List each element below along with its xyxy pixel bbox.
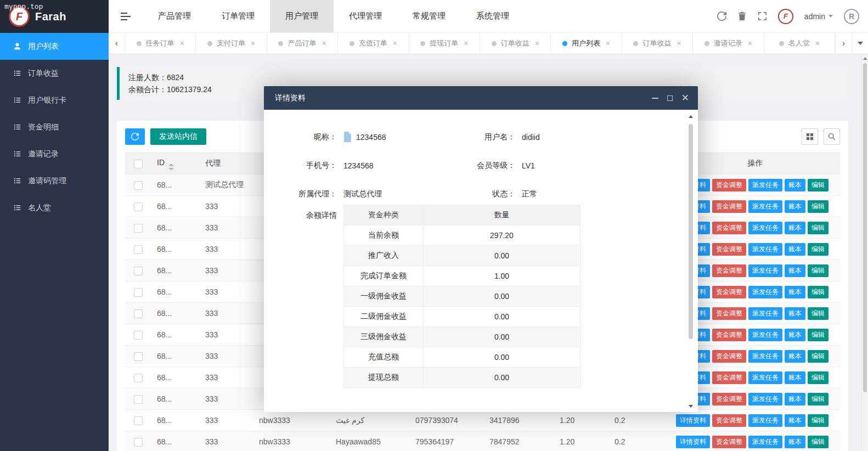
topnav-item[interactable]: 常规管理 — [397, 0, 461, 32]
maximize-button[interactable] — [667, 95, 673, 101]
sidebar-item[interactable]: 订单收益 — [0, 60, 109, 87]
adjust-funds-button[interactable]: 资金调整 — [712, 393, 746, 405]
modal-scrollbar-thumb[interactable] — [689, 124, 693, 339]
dispatch-task-button[interactable]: 派发任务 — [748, 264, 782, 277]
edit-button[interactable]: 编辑 — [808, 179, 828, 191]
sidebar-item[interactable]: 资金明细 — [0, 114, 109, 140]
dispatch-task-button[interactable]: 派发任务 — [748, 243, 782, 256]
adjust-funds-button[interactable]: 资金调整 — [712, 350, 746, 363]
tab[interactable]: 充值订单× — [338, 33, 409, 54]
adjust-funds-button[interactable]: 资金调整 — [712, 307, 746, 320]
detail-button[interactable]: 详情资料 — [676, 436, 710, 448]
tab-close-icon[interactable]: × — [251, 39, 255, 48]
page-scrollbar[interactable] — [861, 54, 868, 451]
edit-button[interactable]: 编辑 — [808, 286, 828, 298]
row-checkbox[interactable] — [134, 202, 143, 211]
edit-button[interactable]: 编辑 — [808, 393, 828, 405]
tab-close-icon[interactable]: × — [322, 39, 326, 48]
edit-button[interactable]: 编辑 — [808, 264, 828, 277]
dispatch-task-button[interactable]: 派发任务 — [748, 414, 782, 427]
tab[interactable]: 订单收益× — [480, 33, 551, 54]
row-checkbox[interactable] — [134, 309, 143, 318]
sidebar-item[interactable]: 用户列表 — [0, 33, 109, 60]
user-menu[interactable]: admin — [804, 12, 833, 21]
adjust-funds-button[interactable]: 资金调整 — [712, 329, 746, 341]
adjust-funds-button[interactable]: 资金调整 — [712, 436, 746, 448]
search-button[interactable] — [824, 128, 840, 145]
ledger-button[interactable]: 账本 — [785, 350, 805, 363]
detail-button[interactable]: 详情资料 — [676, 414, 710, 427]
tab-close-icon[interactable]: × — [677, 39, 681, 48]
row-checkbox[interactable] — [134, 416, 143, 425]
fullscreen-icon[interactable] — [758, 12, 767, 21]
table-refresh-button[interactable] — [125, 128, 145, 145]
tab-close-icon[interactable]: × — [393, 39, 397, 48]
ledger-button[interactable]: 账本 — [785, 243, 805, 256]
tab-close-icon[interactable]: × — [180, 39, 184, 48]
row-checkbox[interactable] — [134, 352, 143, 361]
avatar-icon[interactable]: R — [844, 9, 859, 24]
tab[interactable]: 订单收益× — [622, 33, 693, 54]
tabs-scroll-left-button[interactable]: ‹ — [109, 33, 125, 54]
topnav-item[interactable]: 产品管理 — [143, 0, 206, 32]
sidebar-item[interactable]: 邀请记录 — [0, 140, 109, 167]
edit-button[interactable]: 编辑 — [808, 350, 828, 363]
sidebar-item[interactable]: 用户银行卡 — [0, 87, 109, 114]
row-checkbox[interactable] — [134, 288, 143, 297]
dispatch-task-button[interactable]: 派发任务 — [748, 307, 782, 320]
page-scrollbar-thumb[interactable] — [863, 63, 867, 392]
edit-button[interactable]: 编辑 — [808, 200, 828, 213]
adjust-funds-button[interactable]: 资金调整 — [712, 200, 746, 213]
edit-button[interactable]: 编辑 — [808, 329, 828, 341]
ledger-button[interactable]: 账本 — [785, 414, 805, 427]
ledger-button[interactable]: 账本 — [785, 393, 805, 405]
tab-close-icon[interactable]: × — [748, 39, 752, 48]
tab[interactable]: 任务订单× — [125, 33, 196, 54]
scroll-up-icon[interactable] — [687, 115, 695, 118]
edit-button[interactable]: 编辑 — [808, 222, 828, 234]
adjust-funds-button[interactable]: 资金调整 — [712, 371, 746, 384]
edit-button[interactable]: 编辑 — [808, 307, 828, 320]
dispatch-task-button[interactable]: 派发任务 — [748, 286, 782, 298]
dispatch-task-button[interactable]: 派发任务 — [748, 222, 782, 234]
scroll-up-icon[interactable] — [862, 54, 868, 62]
collapse-sidebar-button[interactable] — [109, 0, 143, 32]
adjust-funds-button[interactable]: 资金调整 — [712, 264, 746, 277]
topnav-item[interactable]: 用户管理 — [270, 0, 334, 32]
tab[interactable]: 用户列表× — [551, 33, 622, 54]
row-checkbox[interactable] — [134, 267, 143, 275]
row-checkbox[interactable] — [134, 395, 143, 404]
tab[interactable]: 提现订单× — [409, 33, 480, 54]
sort-icon[interactable] — [168, 164, 174, 171]
adjust-funds-button[interactable]: 资金调整 — [712, 286, 746, 298]
ledger-button[interactable]: 账本 — [785, 371, 805, 384]
ledger-button[interactable]: 账本 — [785, 307, 805, 320]
dispatch-task-button[interactable]: 派发任务 — [748, 329, 782, 341]
send-message-button[interactable]: 发送站内信 — [150, 128, 206, 145]
tab[interactable]: 支付订单× — [196, 33, 267, 54]
tab-close-icon[interactable]: × — [606, 39, 610, 48]
trash-icon[interactable] — [737, 12, 747, 21]
modal-scrollbar[interactable] — [687, 115, 695, 408]
dispatch-task-button[interactable]: 派发任务 — [748, 350, 782, 363]
tab-close-icon[interactable]: × — [464, 39, 468, 48]
ledger-button[interactable]: 账本 — [785, 329, 805, 341]
columns-grid-icon[interactable] — [802, 128, 818, 145]
row-checkbox[interactable] — [134, 374, 143, 382]
ledger-button[interactable]: 账本 — [785, 286, 805, 298]
edit-button[interactable]: 编辑 — [808, 414, 828, 427]
tabs-scroll-right-button[interactable]: › — [835, 33, 852, 54]
dispatch-task-button[interactable]: 派发任务 — [748, 371, 782, 384]
tab[interactable]: 名人堂× — [764, 33, 835, 54]
tabs-menu-button[interactable] — [852, 33, 868, 54]
edit-button[interactable]: 编辑 — [808, 243, 828, 256]
dispatch-task-button[interactable]: 派发任务 — [748, 179, 782, 191]
adjust-funds-button[interactable]: 资金调整 — [712, 179, 746, 191]
close-button[interactable]: ✕ — [681, 93, 689, 103]
ledger-button[interactable]: 账本 — [785, 179, 805, 191]
select-all-checkbox[interactable] — [134, 160, 143, 168]
adjust-funds-button[interactable]: 资金调整 — [712, 243, 746, 256]
row-checkbox[interactable] — [134, 181, 143, 190]
edit-button[interactable]: 编辑 — [808, 371, 828, 384]
row-checkbox[interactable] — [134, 224, 143, 233]
